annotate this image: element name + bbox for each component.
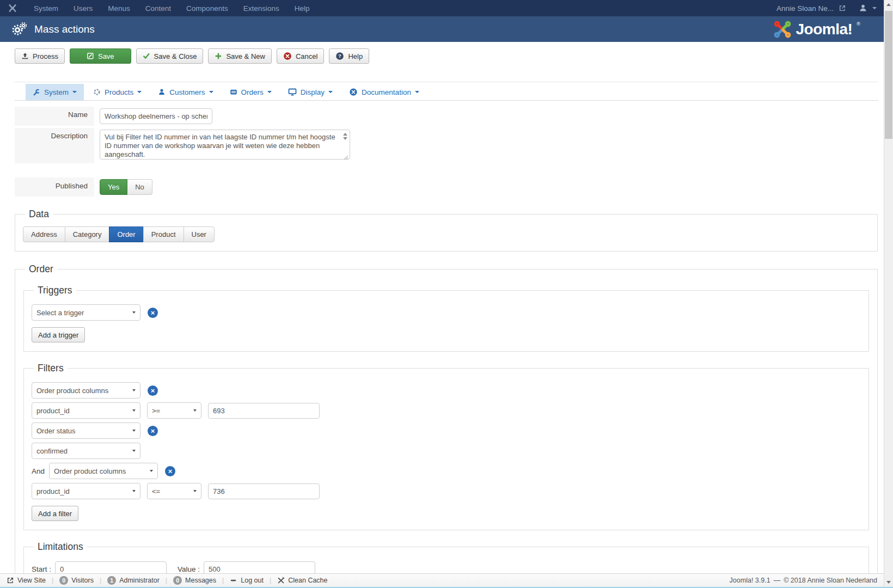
process-button[interactable]: Process — [15, 48, 65, 64]
remove-filter1-icon[interactable]: × — [148, 385, 158, 396]
remove-filter3-icon[interactable]: × — [165, 466, 175, 476]
save-close-button[interactable]: Save & Close — [136, 48, 204, 64]
filter3-operator-select[interactable]: <= — [147, 483, 201, 499]
tab-documentation[interactable]: Documentation — [342, 84, 426, 100]
trigger-select[interactable]: Select a trigger — [32, 304, 140, 321]
visitors-label: Visitors — [71, 577, 94, 584]
menu-components[interactable]: Components — [179, 4, 236, 13]
filter3-field-select[interactable]: product_id — [32, 483, 140, 499]
clean-cache-icon — [277, 577, 285, 584]
filter2-status-select[interactable]: confirmed — [32, 443, 140, 459]
messages-link[interactable]: 0 Messages — [173, 576, 216, 585]
data-option-user[interactable]: User — [184, 226, 215, 242]
filters-fieldset: Filters Order product columns × product_… — [23, 363, 869, 530]
admin-navbar: System Users Menus Content Components Ex… — [0, 0, 893, 16]
dash: — — [774, 577, 781, 584]
joomla-logo-text: Joomla! — [796, 21, 853, 38]
help-button[interactable]: ? Help — [329, 48, 369, 64]
filter1-operator-value: >= — [152, 407, 160, 415]
help-label: Help — [348, 52, 363, 60]
data-option-address[interactable]: Address — [23, 226, 65, 242]
filter1-type-row: Order product columns × — [32, 382, 861, 399]
menu-users[interactable]: Users — [66, 4, 100, 13]
external-link-icon[interactable] — [839, 4, 846, 12]
tab-customers[interactable]: Customers — [151, 84, 220, 100]
data-option-category[interactable]: Category — [65, 226, 110, 242]
cancel-icon — [283, 52, 292, 60]
site-name-link[interactable]: Annie Sloan Ne... — [776, 4, 834, 13]
customers-icon — [158, 88, 166, 96]
logout-link[interactable]: Log out — [230, 577, 264, 584]
menu-help[interactable]: Help — [287, 4, 317, 13]
chevron-down-icon — [328, 91, 333, 93]
view-site-link[interactable]: View Site — [7, 577, 46, 584]
gears-icon — [12, 22, 27, 36]
tab-system[interactable]: System — [26, 84, 84, 100]
published-no-button[interactable]: No — [127, 179, 152, 195]
menu-extensions[interactable]: Extensions — [236, 4, 287, 13]
scrollbar-thumb[interactable] — [885, 11, 892, 139]
messages-label: Messages — [185, 577, 216, 584]
data-option-product[interactable]: Product — [143, 226, 184, 242]
tab-orders[interactable]: Orders — [223, 84, 279, 100]
filter2-type-row: Order status × — [32, 422, 861, 439]
trigger-select-value: Select a trigger — [36, 309, 84, 317]
add-filter-button[interactable]: Add a filter — [32, 506, 78, 521]
scroll-up-icon[interactable] — [343, 133, 347, 136]
remove-trigger-icon[interactable]: × — [148, 308, 158, 318]
filter1-value-input[interactable] — [208, 403, 320, 419]
filter2-type-select[interactable]: Order status — [32, 422, 140, 439]
select-caret-icon — [132, 311, 136, 314]
data-option-order[interactable]: Order — [109, 226, 143, 242]
filter1-field-select[interactable]: product_id — [32, 402, 140, 419]
save-button[interactable]: Save — [70, 48, 131, 64]
wrench-icon — [33, 88, 40, 96]
filter1-type-select[interactable]: Order product columns — [32, 382, 140, 399]
chevron-down-icon — [209, 91, 213, 93]
scrollbar-down-icon[interactable] — [884, 578, 893, 587]
save-new-button[interactable]: Save & New — [208, 48, 272, 64]
tab-display[interactable]: Display — [281, 84, 340, 100]
published-yes-button[interactable]: Yes — [100, 179, 127, 195]
menu-system[interactable]: System — [26, 4, 66, 13]
description-textarea[interactable]: Vul bij Filter het ID nummer in van het … — [100, 130, 350, 160]
description-label: Description — [15, 128, 94, 163]
administrator-link[interactable]: 1 Administrator — [107, 576, 160, 585]
separator: | — [52, 577, 53, 584]
orders-icon — [230, 88, 237, 96]
description-row: Description Vul bij Filter het ID nummer… — [15, 128, 893, 163]
cancel-button[interactable]: Cancel — [277, 48, 324, 64]
filter3-condition-row: product_id <= — [32, 483, 861, 499]
scrollbar-up-icon[interactable] — [884, 0, 893, 9]
help-icon: ? — [335, 52, 344, 60]
menu-content[interactable]: Content — [138, 4, 179, 13]
user-menu-caret-icon[interactable] — [872, 7, 877, 9]
copyright: © 2018 Annie Sloan Nederland — [784, 577, 877, 584]
remove-filter2-icon[interactable]: × — [148, 426, 158, 436]
view-site-icon — [7, 577, 14, 584]
filter3-type-select[interactable]: Order product columns — [49, 463, 158, 479]
logout-icon — [230, 577, 237, 584]
save-icon — [87, 52, 94, 60]
page-scrollbar[interactable] — [884, 0, 893, 588]
resize-grip-icon[interactable] — [344, 155, 348, 160]
filter3-value-input[interactable] — [208, 483, 320, 499]
status-bar: View Site | 0 Visitors | 1 Administrator… — [0, 573, 884, 587]
footer-version: Joomla! 3.9.1 — © 2018 Annie Sloan Neder… — [730, 577, 877, 584]
plus-icon — [215, 52, 222, 60]
add-trigger-button[interactable]: Add a trigger — [32, 327, 85, 342]
filter1-operator-select[interactable]: >= — [147, 402, 201, 419]
textarea-scrollbar[interactable] — [343, 133, 347, 140]
clean-cache-link[interactable]: Clean Cache — [277, 577, 327, 584]
user-profile-icon[interactable] — [859, 4, 867, 13]
tab-products[interactable]: Products — [86, 84, 149, 100]
visitors-link[interactable]: 0 Visitors — [59, 576, 94, 585]
svg-text:?: ? — [338, 53, 341, 59]
name-input[interactable] — [100, 108, 212, 124]
process-label: Process — [33, 52, 58, 60]
scroll-down-icon[interactable] — [343, 137, 347, 140]
name-row: Name — [15, 107, 893, 126]
menu-menus[interactable]: Menus — [100, 4, 138, 13]
administrator-badge: 1 — [107, 576, 116, 585]
chevron-down-icon — [72, 91, 77, 93]
